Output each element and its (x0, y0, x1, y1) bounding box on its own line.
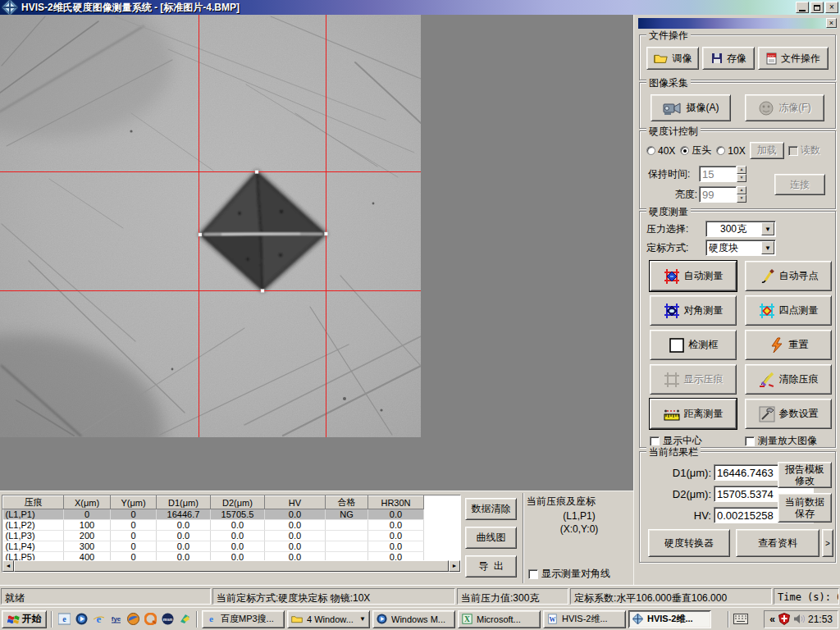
show-center-checkbox[interactable] (650, 436, 660, 446)
results-bottom-panel: 压痕 X(μm) Y(μm) D1(μm) D2(μm) HV 合格 HR30N… (0, 491, 633, 585)
save-image-button[interactable]: 存像 (702, 47, 755, 70)
col-header[interactable]: 合格 (326, 496, 368, 509)
task-excel[interactable]: X Microsoft... (458, 610, 541, 628)
close-button[interactable]: × (825, 2, 838, 13)
col-header[interactable]: X(μm) (64, 496, 111, 509)
cell (326, 541, 368, 552)
radio-40x-label[interactable]: 40X (658, 145, 675, 157)
show-diagonal-label[interactable]: 显示测量对角线 (541, 567, 610, 581)
dropdown-arrow-icon[interactable]: ▼ (761, 241, 774, 254)
more-button[interactable]: > (822, 529, 833, 557)
radio-indenter[interactable] (680, 146, 689, 155)
view-data-button[interactable]: 查看资料 (736, 529, 819, 557)
load-image-button[interactable]: 调像 (646, 47, 699, 70)
zoom-measure-label[interactable]: 测量放大图像 (758, 434, 817, 448)
radio-40x[interactable] (646, 146, 655, 155)
specimen-image[interactable] (0, 15, 421, 437)
cell: 0 (111, 509, 157, 520)
task-windows-media[interactable]: Windows M... (372, 610, 455, 628)
panel-title-strip[interactable]: × (638, 18, 837, 29)
hold-time-field[interactable]: 15 (699, 166, 737, 182)
quicklaunch-frontpage-icon[interactable] (177, 612, 192, 627)
quicklaunch-mediaplayer-icon[interactable] (74, 612, 89, 627)
report-template-button[interactable]: 报告模板 修改 (778, 462, 832, 488)
brightness-field[interactable]: 99 (699, 186, 737, 203)
quicklaunch-eye-icon[interactable]: fye (108, 612, 123, 627)
scroll-left-icon[interactable]: ◄ (2, 560, 14, 572)
col-header[interactable]: HR30N (368, 496, 424, 509)
table-row[interactable]: (L1,P2)10000.00.00.00.0 (3, 520, 424, 531)
hardness-converter-button[interactable]: 硬度转换器 (648, 529, 730, 557)
radio-10x[interactable] (716, 146, 725, 155)
task-word-hvis[interactable]: W HVIS-2维... (543, 610, 626, 628)
reset-button[interactable]: 重置 (745, 330, 832, 360)
tray-expand-icon[interactable]: « (769, 614, 775, 625)
col-header[interactable]: Y(μm) (111, 496, 157, 509)
col-header[interactable]: D1(μm) (157, 496, 211, 509)
load-force-button[interactable]: 加载 (750, 142, 784, 159)
show-diagonal-checkbox[interactable] (528, 569, 538, 579)
col-header[interactable]: D2(μm) (211, 496, 265, 509)
connect-button[interactable]: 连接 (774, 174, 825, 195)
detect-box-button[interactable]: 检测框 (650, 330, 737, 360)
quicklaunch-globe-icon[interactable] (126, 612, 140, 627)
scroll-right-icon[interactable]: ► (449, 560, 460, 572)
tray-antivirus-shield-icon[interactable] (778, 613, 790, 625)
calib-mode-select[interactable]: 硬度块 ▼ (705, 240, 776, 256)
task-baidu-mp3[interactable]: e 百度MP3搜... (202, 610, 285, 628)
read-checkbox[interactable] (788, 146, 798, 156)
four-point-measure-button[interactable]: 四点测量 (745, 295, 832, 326)
pen-icon (759, 268, 775, 285)
table-hscrollbar[interactable]: ◄ ► (2, 560, 460, 572)
diagonal-measure-button[interactable]: 对角测量 (650, 295, 737, 326)
input-method-keyboard-icon[interactable] (733, 614, 748, 624)
quicklaunch-quicktime-icon[interactable] (143, 612, 158, 627)
radio-indenter-label[interactable]: 压头 (692, 144, 711, 158)
table-row[interactable]: (L1,P1)0016446.715705.50.0NG0.0 (3, 509, 424, 520)
quicklaunch-ie-icon[interactable]: e (91, 612, 106, 627)
export-button[interactable]: 导 出 (465, 555, 517, 578)
tray-volume-icon[interactable] (793, 614, 805, 624)
table-row[interactable]: (L1,P4)30000.00.00.00.0 (3, 541, 424, 552)
curve-chart-label: 曲线图 (477, 531, 506, 545)
clear-indent-button[interactable]: 清除压痕 (745, 364, 832, 395)
spin-up-icon[interactable]: ▲ (737, 166, 746, 174)
freeze-button[interactable]: 冻像(F) (745, 94, 824, 121)
divider (196, 611, 198, 628)
status-pressure: 当前压力值:300克 (457, 588, 568, 605)
scrollbar-thumb[interactable] (14, 560, 449, 572)
spin-up-icon[interactable]: ▲ (737, 186, 746, 194)
quicklaunch-ie-channel-icon[interactable]: e (57, 612, 71, 627)
start-button[interactable]: 开始 (2, 610, 47, 628)
cell: 0.0 (211, 541, 265, 552)
restore-button[interactable] (810, 2, 824, 13)
task-windows-group[interactable]: 4 Window... ▼ (287, 610, 370, 628)
brightness-spinner[interactable]: ▲▼ (737, 186, 746, 203)
dropdown-arrow-icon[interactable]: ▼ (761, 222, 774, 235)
panel-close-button[interactable]: × (826, 18, 837, 28)
auto-find-button[interactable]: 自动寻点 (745, 261, 832, 291)
radio-10x-label[interactable]: 10X (728, 145, 745, 157)
spin-down-icon[interactable]: ▼ (737, 194, 746, 203)
zoom-measure-checkbox[interactable] (745, 436, 755, 446)
show-indent-button[interactable]: 显示压痕 (650, 364, 737, 395)
distance-measure-button[interactable]: 距离测量 (650, 399, 737, 429)
export-label: 导 出 (478, 559, 504, 573)
file-ops-button[interactable]: DOC 文件操作 (758, 47, 829, 70)
save-data-button[interactable]: 当前数据 保存 (778, 493, 832, 523)
clear-data-button[interactable]: 数据清除 (465, 498, 517, 520)
curve-chart-button[interactable]: 曲线图 (465, 527, 517, 549)
pressure-select[interactable]: 300克 ▼ (705, 221, 776, 237)
quicklaunch-msn-icon[interactable]: msn (160, 612, 175, 627)
minimize-button[interactable] (796, 2, 809, 13)
auto-measure-button[interactable]: 自动测量 (650, 261, 737, 291)
capture-button[interactable]: 摄像(A) (651, 94, 731, 121)
col-header[interactable]: 压痕 (3, 496, 64, 509)
col-header[interactable]: HV (265, 496, 326, 509)
table-row[interactable]: (L1,P3)20000.00.00.00.0 (3, 531, 424, 541)
spin-down-icon[interactable]: ▼ (737, 174, 746, 182)
group-dropdown-icon[interactable]: ▼ (359, 615, 366, 623)
task-hvis-app[interactable]: HVIS-2维... (628, 610, 711, 628)
param-settings-button[interactable]: 参数设置 (745, 399, 832, 429)
hold-time-spinner[interactable]: ▲▼ (737, 166, 746, 182)
